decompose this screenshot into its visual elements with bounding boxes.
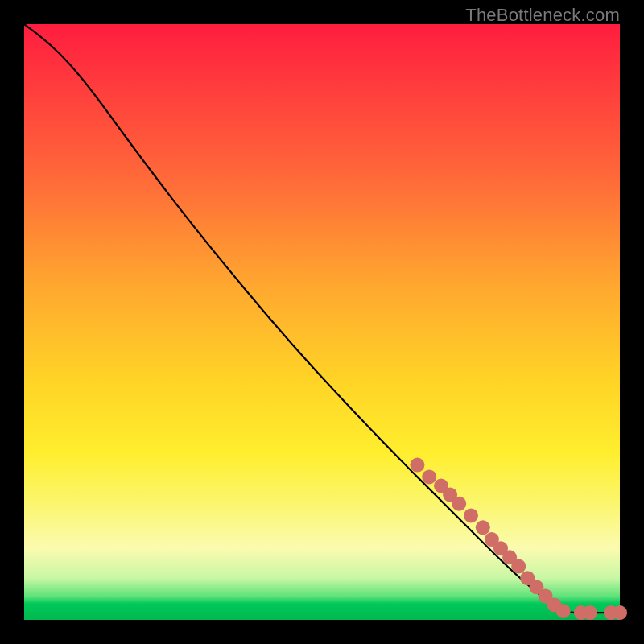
data-point [410,458,424,473]
attribution-label: TheBottleneck.com [465,5,620,26]
data-point [583,605,597,620]
data-point [511,559,526,573]
plot-area [24,24,620,620]
chart-overlay [24,24,620,620]
data-point [613,605,627,620]
chart-frame: TheBottleneck.com [0,0,644,644]
data-point [422,469,436,484]
data-point [452,497,466,511]
data-point [476,520,490,535]
data-point [556,604,571,618]
bottleneck-curve [24,24,620,613]
data-point [464,509,478,523]
data-points [410,458,627,621]
